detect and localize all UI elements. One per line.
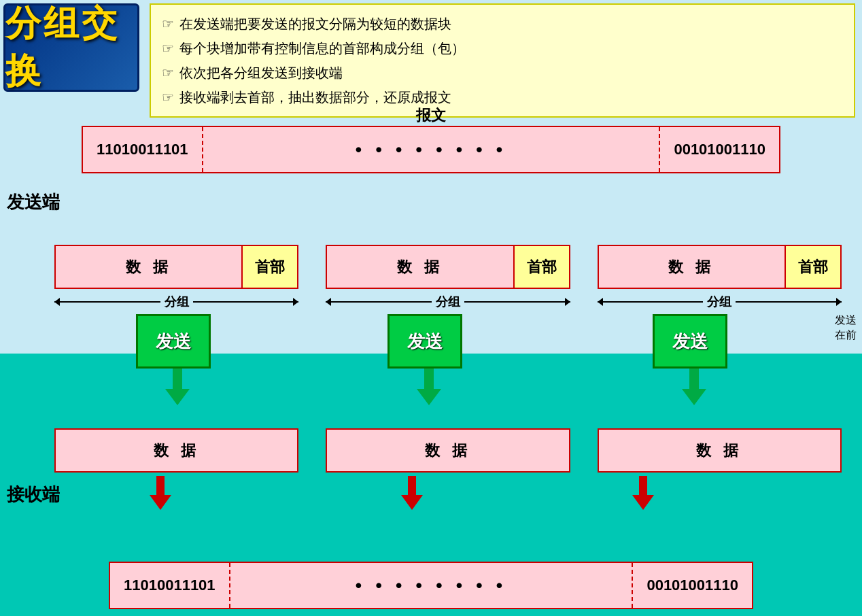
finger-icon-2: ☞	[162, 36, 174, 61]
fenzu-arrow-right-3	[736, 301, 842, 303]
finger-icon-1: ☞	[162, 12, 174, 36]
fenzu-arrow-right-1	[193, 301, 299, 303]
fasongduan-label: 发送端	[7, 190, 60, 214]
red-arrow-1	[150, 476, 171, 510]
baowenjian-dots: • • • • • • • •	[203, 139, 659, 160]
packet-header-1: 首部	[243, 246, 297, 288]
bottom-data-box-3: 数 据	[598, 428, 842, 473]
info-item-3: ☞ 依次把各分组发送到接收端	[162, 61, 843, 85]
fasong-box-3: 发送	[653, 314, 727, 369]
fasong-arrow-1	[165, 369, 190, 405]
page: 分组交换 ☞ 在发送端把要发送的报文分隔为较短的数据块 ☞ 每个块增加带有控制信…	[0, 0, 862, 616]
fenzu-arrow-left-1	[54, 301, 160, 303]
red-arrow-3	[632, 476, 654, 510]
bottom-baowenjian-dots: • • • • • • • •	[230, 575, 632, 596]
title-text: 分组交换	[5, 0, 137, 95]
bottom-data-box-1: 数 据	[54, 428, 298, 473]
packet-box-3: 数 据 首部	[598, 245, 842, 289]
packet-data-1: 数 据	[56, 246, 243, 288]
bottom-data-box-2: 数 据	[326, 428, 570, 473]
bottom-data-row: 数 据 数 据 数 据	[54, 428, 842, 473]
packet-row: 数 据 首部 数 据 首部 数 据 首部	[54, 245, 842, 289]
fenzu-arrow-right-2	[464, 301, 570, 303]
packet-box-1: 数 据 首部	[54, 245, 298, 289]
info-item-2: ☞ 每个块增加带有控制信息的首部构成分组（包）	[162, 36, 843, 61]
fenzu-arrow-left-3	[598, 301, 704, 303]
bottom-baowenjian-left: 11010011101	[110, 563, 230, 608]
baowenjian-right: 00101001110	[659, 127, 779, 172]
title-box: 分组交换	[3, 3, 139, 92]
packet-data-3: 数 据	[599, 246, 786, 288]
packet-header-3: 首部	[786, 246, 840, 288]
info-item-1: ☞ 在发送端把要发送的报文分隔为较短的数据块	[162, 12, 843, 36]
bottom-baowenjian-right: 00101001110	[632, 563, 752, 608]
fenzu-arrow-left-2	[326, 301, 432, 303]
fenzu-label-2: 分组	[326, 294, 570, 310]
packet-data-2: 数 据	[327, 246, 514, 288]
fenzu-row: 分组 分组 分组	[54, 294, 842, 310]
baowenjian-box: 11010011101 • • • • • • • • 00101001110	[82, 126, 780, 173]
packet-box-2: 数 据 首部	[326, 245, 570, 289]
jieshou-label: 接收端	[7, 483, 60, 507]
fasong-zai-qian: 发送 在前	[835, 313, 857, 343]
fasong-arrow-3	[682, 369, 706, 405]
fasong-arrow-2	[417, 369, 441, 405]
baowenjian-label-row: 报文	[0, 105, 862, 126]
baowenjian-left: 11010011101	[83, 127, 203, 172]
red-arrow-2	[401, 476, 423, 510]
baowenjian-label: 报文	[416, 105, 446, 126]
fenzu-label-3: 分组	[598, 294, 842, 310]
bottom-baowenjian-box: 11010011101 • • • • • • • • 00101001110	[109, 562, 753, 609]
finger-icon-3: ☞	[162, 61, 174, 85]
packet-header-2: 首部	[515, 246, 569, 288]
fasong-box-1: 发送	[136, 314, 211, 369]
fasong-box-2: 发送	[387, 314, 462, 369]
fenzu-label-1: 分组	[54, 294, 298, 310]
info-box: ☞ 在发送端把要发送的报文分隔为较短的数据块 ☞ 每个块增加带有控制信息的首部构…	[150, 3, 855, 118]
